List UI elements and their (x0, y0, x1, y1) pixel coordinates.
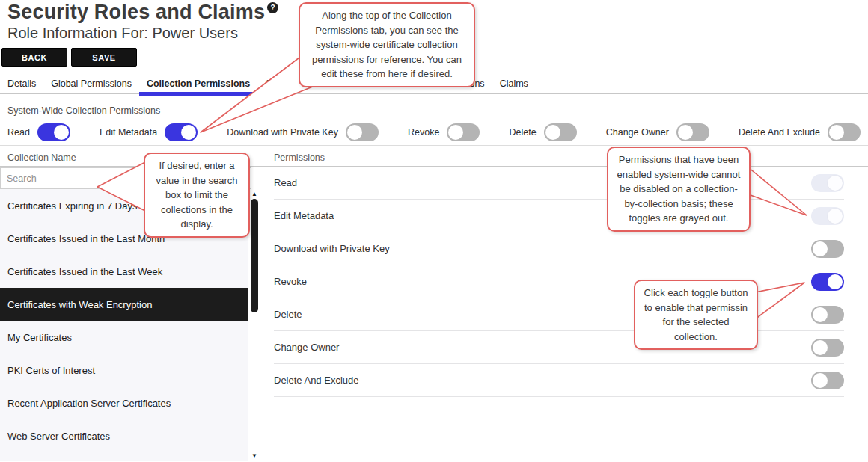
toggle-label: Download with Private Key (227, 127, 338, 138)
permissions-panel: Read Edit Metadata Download with Private… (260, 167, 868, 461)
scroll-down-icon[interactable]: ▼ (248, 452, 260, 460)
permission-toggle-switch[interactable] (811, 174, 844, 192)
collection-list-item[interactable]: Web Server Certificates (0, 419, 248, 452)
help-icon[interactable]: ? (267, 2, 278, 13)
page-title: Security Roles and Claims? (7, 1, 278, 24)
annotation-callout-locked-toggles: Permissions that have been enabled syste… (607, 147, 751, 232)
toggle-switch[interactable] (37, 123, 70, 141)
section-divider (0, 145, 868, 146)
toolbar: BACK SAVE (1, 48, 137, 67)
permission-label: Delete (274, 309, 302, 320)
bottom-border (0, 461, 868, 461)
permission-row: Edit Metadata (274, 200, 844, 232)
collection-list-item[interactable]: Recent Application Server Certificates (0, 386, 248, 419)
toggle-switch[interactable] (828, 123, 861, 141)
annotation-callout-system-wide: Along the top of the Collection Permissi… (299, 2, 475, 87)
permission-toggle-switch[interactable] (811, 240, 844, 258)
back-button[interactable]: BACK (1, 48, 67, 67)
permission-label: Read (274, 177, 297, 188)
permission-row: Change Owner (274, 331, 844, 364)
permission-row: Delete (274, 298, 844, 331)
permission-toggle-switch[interactable] (811, 207, 844, 225)
system-wide-toggle-item: Delete (509, 123, 576, 141)
scroll-up-icon[interactable]: ▲ (248, 191, 260, 198)
tab[interactable]: Global Permissions (43, 76, 139, 93)
collection-list-item[interactable]: My Certificates (0, 321, 248, 354)
permission-toggle-switch[interactable] (811, 273, 844, 291)
toggle-label: Delete (509, 127, 536, 138)
permission-toggle-switch[interactable] (811, 339, 844, 357)
toggle-label: Delete And Exclude (739, 127, 820, 138)
system-wide-heading: System-Wide Collection Permissions (7, 105, 160, 116)
collection-list-item[interactable]: Certificates Issued in the Last Week (0, 255, 248, 288)
system-wide-toggle-item: Edit Metadata (100, 123, 198, 141)
save-button[interactable]: SAVE (71, 48, 137, 67)
permission-row: Download with Private Key (274, 232, 844, 265)
scrollbar-thumb[interactable] (251, 199, 258, 312)
toggle-switch[interactable] (165, 123, 198, 141)
system-wide-toggle-item: Change Owner (606, 123, 709, 141)
toggle-label: Read (7, 127, 30, 138)
collection-name-column-header: Collection Name (7, 153, 76, 163)
permission-label: Download with Private Key (274, 243, 390, 254)
list-scrollbar[interactable]: ▲ ▼ (248, 189, 260, 462)
system-wide-toggle-row: Read Edit Metadata Download with Private… (7, 122, 861, 143)
system-wide-toggle-item: Delete And Exclude (739, 123, 861, 141)
system-wide-toggle-item: Download with Private Key (227, 123, 379, 141)
toggle-label: Change Owner (606, 127, 669, 138)
permission-row: Read (274, 167, 844, 200)
system-wide-toggle-item: Read (7, 123, 70, 141)
system-wide-toggle-item: Revoke (408, 123, 480, 141)
permission-toggle-switch[interactable] (811, 372, 844, 389)
permission-label: Edit Metadata (274, 210, 334, 221)
page-subtitle: Role Information For: Power Users (7, 25, 238, 42)
tab[interactable]: Claims (492, 76, 536, 93)
permission-row: Delete And Exclude (274, 364, 844, 397)
tab[interactable]: Collection Permissions (139, 76, 257, 93)
permissions-column-header: Permissions (274, 153, 325, 163)
toggle-label: Revoke (408, 127, 439, 138)
permission-label: Revoke (274, 276, 307, 287)
toggle-switch[interactable] (346, 123, 379, 141)
annotation-callout-search: If desired, enter a value in the search … (144, 153, 250, 238)
toggle-switch[interactable] (447, 123, 480, 141)
toggle-switch[interactable] (676, 123, 709, 141)
toggle-switch[interactable] (544, 123, 577, 141)
page-title-text: Security Roles and Claims (7, 1, 265, 23)
annotation-callout-enable-toggle: Click each toggle button to enable that … (634, 280, 758, 350)
tab[interactable]: Details (0, 76, 43, 93)
toggle-label: Edit Metadata (100, 127, 157, 138)
collection-list-item[interactable]: Certificates with Weak Encryption (0, 288, 248, 321)
collection-list-item[interactable]: PKI Certs of Interest (0, 354, 248, 386)
permission-label: Delete And Exclude (274, 375, 358, 386)
permission-row: Revoke (274, 265, 844, 298)
permission-label: Change Owner (274, 342, 339, 353)
permission-toggle-switch[interactable] (811, 306, 844, 324)
